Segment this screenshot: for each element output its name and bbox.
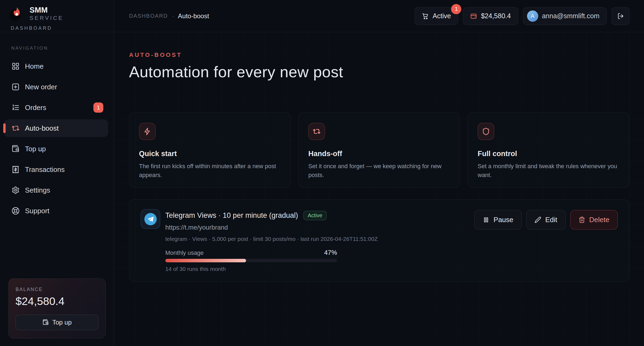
feature-card-full-control: Full control Set a monthly limit and twe… bbox=[468, 112, 629, 188]
task-actions: Pause Edit Delete bbox=[474, 210, 618, 230]
zap-icon bbox=[139, 123, 156, 140]
wallet-icon bbox=[470, 13, 477, 20]
header-actions: Active 1 $24,580.4 A anna@smmlift.com bbox=[415, 7, 630, 25]
shield-icon bbox=[478, 123, 494, 140]
brand-tagline: DASHBOARD bbox=[11, 25, 103, 31]
status-badge: Active bbox=[303, 211, 327, 220]
sidebar-item-home[interactable]: Home bbox=[4, 57, 108, 75]
sidebar-nav: Home New order Orders 1 Auto-boost Top bbox=[0, 57, 114, 223]
gear-icon bbox=[12, 186, 20, 194]
receipt-icon bbox=[12, 165, 20, 174]
plus-square-icon bbox=[12, 83, 20, 91]
user-email: anna@smmlift.com bbox=[542, 12, 599, 20]
sidebar-item-support[interactable]: Support bbox=[4, 202, 108, 220]
flame-logo-icon bbox=[11, 6, 25, 21]
sidebar-item-label: New order bbox=[25, 83, 57, 91]
sidebar-item-label: Top up bbox=[25, 145, 46, 153]
main-content: AUTO-BOOST Automation for every new post… bbox=[114, 32, 644, 346]
delete-button[interactable]: Delete bbox=[570, 210, 618, 230]
usage-caption: 14 of 30 runs this month bbox=[165, 266, 337, 272]
sidebar-item-label: Support bbox=[25, 207, 49, 215]
usage-progress-fill bbox=[165, 259, 246, 262]
brand-subtitle: SERVICE bbox=[30, 14, 64, 21]
sidebar-item-settings[interactable]: Settings bbox=[4, 181, 108, 199]
breadcrumb-separator: · bbox=[172, 13, 174, 20]
sidebar: SMM SERVICE DASHBOARD NAVIGATION Home Ne… bbox=[0, 0, 114, 346]
pencil-icon bbox=[535, 216, 541, 223]
breadcrumb-root[interactable]: DASHBOARD bbox=[129, 13, 168, 19]
edit-button-label: Edit bbox=[545, 216, 557, 224]
sidebar-item-label: Settings bbox=[25, 186, 50, 194]
top-up-button-label: Top up bbox=[52, 319, 72, 326]
avatar: A bbox=[527, 10, 538, 22]
balance-card: BALANCE $24,580.4 Top up bbox=[8, 278, 106, 338]
balance-amount: $24,580.4 bbox=[16, 295, 98, 308]
sidebar-item-auto-boost[interactable]: Auto-boost bbox=[4, 119, 108, 137]
wallet-balance-button[interactable]: $24,580.4 bbox=[463, 7, 518, 25]
logout-icon bbox=[617, 13, 624, 20]
cart-icon bbox=[422, 13, 429, 20]
feature-title: Full control bbox=[478, 150, 618, 158]
nav-section-label: NAVIGATION bbox=[11, 46, 103, 51]
top-up-button[interactable]: Top up bbox=[16, 315, 98, 330]
pause-icon bbox=[483, 216, 489, 223]
wallet-icon bbox=[12, 145, 20, 153]
auto-boost-task-card: Telegram Views · 10 per minute (gradual)… bbox=[129, 199, 629, 282]
cart-status-label: Active bbox=[433, 12, 451, 20]
sidebar-item-transactions[interactable]: Transactions bbox=[4, 161, 108, 178]
feature-description: Set it once and forget — we keep watchin… bbox=[308, 162, 448, 179]
feature-cards: Quick start The first run kicks off with… bbox=[129, 112, 629, 188]
wallet-balance-amount: $24,580.4 bbox=[481, 12, 511, 20]
task-url: https://t.me/yourbrand bbox=[165, 224, 466, 231]
telegram-icon bbox=[144, 213, 157, 225]
telegram-tile bbox=[141, 209, 160, 229]
brand-name: SMM bbox=[30, 6, 64, 14]
wallet-icon bbox=[42, 319, 49, 326]
feature-card-hands-off: Hands-off Set it once and forget — we ke… bbox=[298, 112, 460, 188]
sidebar-item-label: Transactions bbox=[25, 165, 65, 174]
feature-card-quick-start: Quick start The first run kicks off with… bbox=[129, 112, 291, 188]
task-title: Telegram Views · 10 per minute (gradual) bbox=[165, 211, 298, 220]
brand-block: SMM SERVICE bbox=[30, 6, 64, 21]
logout-button[interactable] bbox=[612, 7, 630, 25]
user-menu-button[interactable]: A anna@smmlift.com bbox=[523, 7, 607, 25]
grid-icon bbox=[12, 62, 20, 70]
usage-percent: 47% bbox=[324, 249, 337, 256]
page-eyebrow: AUTO-BOOST bbox=[129, 51, 629, 58]
monthly-usage: Monthly usage 47% 14 of 30 runs this mon… bbox=[165, 249, 337, 272]
usage-label: Monthly usage bbox=[165, 249, 204, 256]
lifebuoy-icon bbox=[12, 207, 20, 215]
feature-description: The first run kicks off within minutes a… bbox=[139, 162, 279, 179]
trash-icon bbox=[579, 216, 585, 223]
ordered-list-icon bbox=[12, 104, 20, 112]
usage-progress-bar bbox=[165, 259, 337, 262]
pause-button[interactable]: Pause bbox=[474, 210, 522, 230]
sidebar-item-label: Auto-boost bbox=[25, 124, 59, 132]
feature-title: Hands-off bbox=[308, 150, 449, 158]
delete-button-label: Delete bbox=[589, 216, 609, 224]
sidebar-header: SMM SERVICE DASHBOARD bbox=[0, 0, 114, 32]
feature-description: Set a monthly limit and tweak the rules … bbox=[478, 162, 617, 179]
sidebar-item-new-order[interactable]: New order bbox=[4, 78, 108, 96]
task-meta: telegram · Views · 5,000 per post · limi… bbox=[165, 236, 466, 242]
sidebar-item-top-up[interactable]: Top up bbox=[4, 140, 108, 158]
sidebar-item-label: Home bbox=[25, 62, 43, 71]
repeat-icon bbox=[12, 124, 20, 132]
sidebar-item-orders[interactable]: Orders 1 bbox=[4, 99, 108, 116]
cart-count-badge: 1 bbox=[451, 4, 461, 14]
page-title: Automation for every new post bbox=[129, 63, 629, 81]
task-body: Telegram Views · 10 per minute (gradual)… bbox=[165, 209, 466, 272]
cart-status-button[interactable]: Active 1 bbox=[415, 7, 458, 25]
edit-button[interactable]: Edit bbox=[526, 210, 566, 230]
repeat-icon bbox=[308, 123, 325, 140]
pause-button-label: Pause bbox=[493, 216, 513, 224]
breadcrumb: DASHBOARD · Auto-boost bbox=[129, 12, 209, 20]
balance-label: BALANCE bbox=[16, 287, 98, 292]
top-bar: DASHBOARD · Auto-boost Active 1 $24,580.… bbox=[114, 0, 644, 32]
orders-count-badge: 1 bbox=[93, 102, 103, 113]
sidebar-item-label: Orders bbox=[25, 104, 46, 112]
breadcrumb-current: Auto-boost bbox=[178, 12, 209, 20]
feature-title: Quick start bbox=[139, 150, 280, 158]
